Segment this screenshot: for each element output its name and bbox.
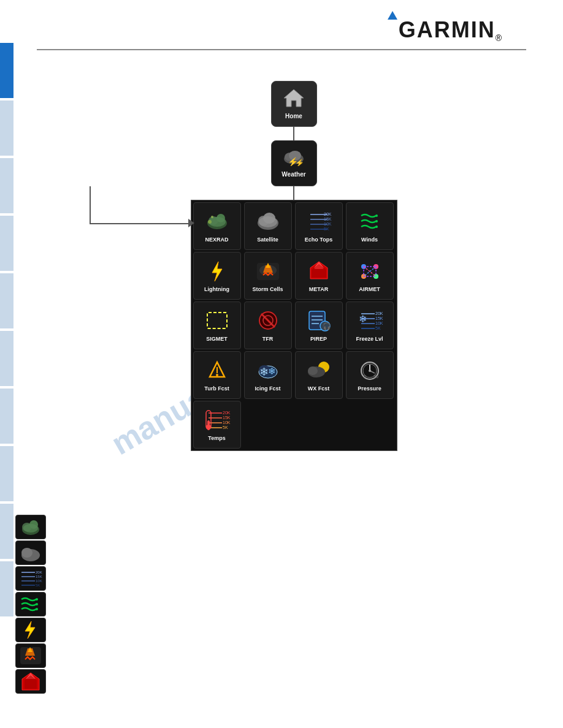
turbfcst-tile[interactable]: Turb Fcst [193,351,241,399]
nexrad-tile[interactable]: NEXRAD [193,202,241,250]
svg-point-93 [206,425,211,430]
svg-text:10K: 10K [324,222,332,226]
sigmet-tile[interactable]: SIGMET [193,301,241,349]
metar-icon [305,259,332,285]
svg-text:30: 30 [373,374,378,379]
svg-text:❄: ❄ [259,366,269,378]
echotops-tile[interactable]: 20K 15K 10K 5K Echo Tops [295,202,343,250]
metar-label: METAR [309,286,328,292]
connector-weather-branch [293,186,294,200]
bottom-echotops-tile[interactable]: 20K 15K 10K 5K [15,566,46,591]
pressure-label: Pressure [358,385,381,392]
svg-text:⚡: ⚡ [295,158,304,166]
empty-cell-1 [244,401,293,449]
freezelvl-tile[interactable]: 20K 15K 10K 5K ❄ Freeze Lvl [346,301,394,349]
svg-point-24 [375,214,378,217]
svg-point-109 [36,598,38,601]
freezelvl-icon: 20K 15K 10K 5K ❄ [356,309,383,335]
bottom-winds-tile[interactable] [15,592,46,616]
branch-line-v [90,186,91,224]
stormcells-label: Storm Cells [252,286,283,292]
pressure-tile[interactable]: 0 30 Pressure [346,351,394,399]
satellite-label: Satellite [257,237,278,243]
svg-text:5K: 5K [375,326,381,330]
garmin-triangle-icon [388,11,397,20]
svg-text:15K: 15K [324,217,332,221]
svg-point-10 [208,220,212,224]
svg-text:10K: 10K [375,321,383,325]
bottom-nexrad-tile[interactable] [15,515,46,539]
svg-point-110 [36,603,38,605]
svg-text:5K: 5K [36,583,40,587]
satellite-tile[interactable]: Satellite [244,202,292,250]
svg-text:5K: 5K [223,425,228,430]
bottom-sidebar-icons: 20K 15K 10K 5K [15,515,46,694]
sidebar-tab-9[interactable] [0,504,13,559]
svg-marker-0 [284,89,304,107]
svg-point-99 [21,548,33,558]
tfr-icon [255,309,282,335]
wxfcst-tile[interactable]: WX Fcst [295,351,343,399]
turbfcst-label: Turb Fcst [204,385,229,392]
temps-tile[interactable]: 20K 15K 10K 5K Temps [193,401,241,449]
echotops-icon: 20K 15K 10K 5K [305,210,332,235]
svg-point-68 [216,374,218,376]
svg-text:15K: 15K [375,316,383,320]
empty-cell-2 [295,401,344,449]
icingfcst-tile[interactable]: ❄ ❄ Icing Fcst [244,351,292,399]
svg-point-75 [308,366,318,375]
airmet-tile[interactable]: AIRMET [346,252,394,300]
grid-and-branch: NEXRAD Satellite [191,200,397,451]
svg-point-25 [375,220,378,222]
weather-grid: NEXRAD Satellite [191,200,397,451]
bottom-metar-tile[interactable] [15,669,46,694]
svg-point-111 [36,608,38,610]
stormcells-icon [255,259,282,285]
svg-text:20K: 20K [375,311,383,316]
temps-icon: 20K 15K 10K 5K [204,408,231,434]
svg-text:20K: 20K [36,571,42,574]
home-icon [283,88,305,111]
svg-point-26 [375,226,378,228]
weather-label: Weather [282,171,305,178]
sidebar-tab-10[interactable] [0,561,13,616]
svg-marker-27 [212,262,222,281]
bottom-satellite-tile[interactable] [15,540,46,565]
metar-tile[interactable]: METAR [295,252,343,300]
icingfcst-label: Icing Fcst [255,385,280,392]
bottom-lightning-tile[interactable] [15,618,46,642]
svg-text:0: 0 [364,374,366,379]
lightning-tile[interactable]: Lightning [193,252,241,300]
main-content: Home ⚡ ⚡ Weather [0,50,563,463]
tfr-tile[interactable]: TFR [244,301,292,349]
winds-tile[interactable]: Winds [346,202,394,250]
winds-label: Winds [361,237,378,243]
stormcells-tile[interactable]: Storm Cells [244,252,292,300]
svg-point-15 [259,216,277,227]
svg-text:20K: 20K [223,411,231,415]
lightning-icon [204,259,231,285]
branch-line-h [90,223,191,224]
svg-point-97 [23,524,38,533]
branch-arrow-right [188,219,194,227]
turbfcst-icon [204,358,231,384]
pirep-tile[interactable]: 🎧 PIREP [295,301,343,349]
svg-marker-112 [25,621,35,639]
svg-text:❄: ❄ [268,366,276,376]
empty-cell-3 [346,401,395,449]
nav-tree: Home ⚡ ⚡ Weather [49,81,538,451]
wxfcst-label: WX Fcst [308,385,330,392]
icingfcst-icon: ❄ ❄ [255,358,282,384]
wxfcst-icon [305,358,332,384]
branch-row: NEXRAD Satellite [49,186,538,451]
freezelvl-label: Freeze Lvl [356,336,383,342]
pirep-label: PIREP [310,336,327,342]
home-button[interactable]: Home [271,81,317,127]
connector-home-weather [293,127,294,140]
lightning-label: Lightning [204,286,229,292]
svg-text:❄: ❄ [359,314,367,324]
pirep-icon: 🎧 [305,309,332,335]
svg-rect-46 [207,313,227,328]
weather-button[interactable]: ⚡ ⚡ Weather [271,140,317,186]
bottom-stormcells-tile[interactable] [15,643,46,668]
